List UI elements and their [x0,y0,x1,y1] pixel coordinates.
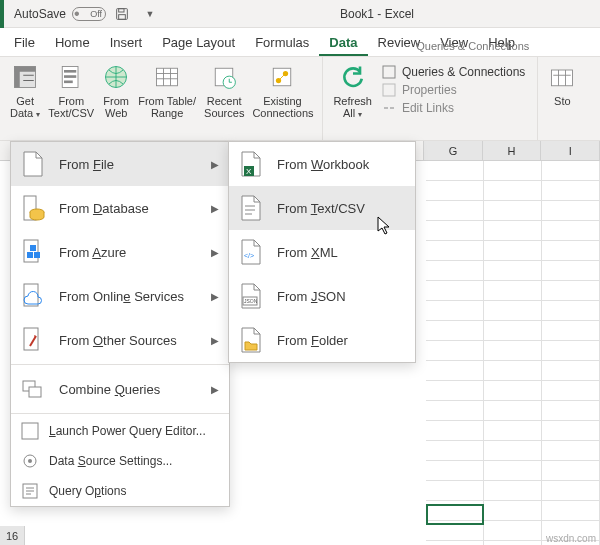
from-file-submenu: X From Workbook From Text/CSV </> From X… [228,141,416,363]
recent-icon [210,63,238,91]
col-header-g[interactable]: G [424,141,483,161]
menu-combine-queries[interactable]: Combine Queries ▶ [11,367,229,411]
svg-rect-24 [34,252,40,258]
recent-sources-label: Recent Sources [204,95,244,119]
menu-from-azure[interactable]: From Azure ▶ [11,230,229,274]
chevron-right-icon: ▶ [211,159,219,170]
queries-and-connections-button[interactable]: Queries & Connections [382,65,525,79]
existing-connections-label: Existing Connections [252,95,312,119]
svg-rect-25 [30,245,36,251]
submenu-from-xml[interactable]: </> From XML [229,230,415,274]
recent-sources-button[interactable]: Recent Sources [200,61,248,133]
from-table-range-button[interactable]: From Table/ Range [134,61,200,133]
get-data-button[interactable]: Get Data ▾ [6,61,44,133]
svg-rect-17 [383,66,395,78]
qat-dropdown-icon[interactable]: ▼ [138,2,162,26]
tab-file[interactable]: File [4,31,45,56]
edit-links-label: Edit Links [402,101,454,115]
folder-file-icon [239,326,263,354]
xml-file-icon: </> [239,238,263,266]
menu-from-azure-label: From Azure [59,245,126,260]
menu-from-file[interactable]: From File ▶ [11,142,229,186]
svg-rect-30 [22,423,38,439]
properties-button[interactable]: Properties [382,83,525,97]
refresh-icon [339,63,367,91]
menu-from-file-label: From File [59,157,114,172]
menu-from-online-services-label: From Online Services [59,289,184,304]
stocks-button[interactable]: Sto [544,61,580,133]
from-textcsv-button[interactable]: From Text/CSV [44,61,98,133]
stocks-icon [548,63,576,91]
chevron-right-icon: ▶ [211,291,219,302]
get-data-label: Get Data ▾ [10,95,40,121]
database-icon [21,194,45,222]
tab-data[interactable]: Data [319,31,367,56]
query-options-icon [21,482,39,500]
globe-icon [102,63,130,91]
row-header-16[interactable]: 16 [0,526,25,545]
refresh-all-button[interactable]: Refresh All ▾ [329,61,376,133]
svg-rect-19 [552,70,573,86]
svg-rect-1 [119,8,124,11]
save-icon[interactable] [110,2,134,26]
document-title: Book1 - Excel [162,7,592,21]
menu-data-source-settings[interactable]: Data Source Settings... [11,446,229,476]
get-data-icon [11,63,39,91]
tab-home[interactable]: Home [45,31,100,56]
submenu-from-folder[interactable]: From Folder [229,318,415,362]
svg-rect-11 [157,68,178,86]
menu-from-database[interactable]: From Database ▶ [11,186,229,230]
menu-data-source-settings-label: Data Source Settings... [49,454,172,468]
submenu-from-workbook[interactable]: X From Workbook [229,142,415,186]
data-source-settings-icon [21,452,39,470]
menu-launch-power-query[interactable]: Launch Power Query Editor... [11,416,229,446]
pq-editor-icon [21,422,39,440]
svg-text:</>: </> [244,252,254,259]
menu-from-other-sources-label: From Other Sources [59,333,177,348]
spreadsheet-area[interactable]: G H I 16 From File ▶ From Database ▶ Fro… [0,141,600,545]
tab-pagelayout[interactable]: Page Layout [152,31,245,56]
menu-separator [11,413,229,414]
menu-launch-power-query-label: Launch Power Query Editor... [49,424,206,438]
from-table-range-label: From Table/ Range [138,95,196,119]
title-bar: AutoSave Off ▼ Book1 - Excel [0,0,600,28]
tab-insert[interactable]: Insert [100,31,153,56]
autosave-toggle[interactable]: Off [72,7,106,21]
queries-connections-icon [382,65,396,79]
json-file-icon: JSON [239,282,263,310]
edit-links-button[interactable]: Edit Links [382,101,525,115]
menu-from-online-services[interactable]: From Online Services ▶ [11,274,229,318]
svg-rect-29 [29,387,41,397]
existing-connections-button[interactable]: Existing Connections [248,61,316,133]
from-web-button[interactable]: From Web [98,61,134,133]
svg-rect-5 [15,67,36,72]
queries-connections-label: Queries & Connections [402,65,525,79]
menu-from-database-label: From Database [59,201,149,216]
svg-rect-27 [24,328,38,350]
submenu-from-json-label: From JSON [277,289,346,304]
cloud-icon [21,282,45,310]
combine-icon [21,375,45,403]
menu-from-other-sources[interactable]: From Other Sources ▶ [11,318,229,362]
menu-query-options[interactable]: Query Options [11,476,229,506]
col-header-i[interactable]: I [541,141,600,161]
file-icon [21,150,45,178]
chevron-right-icon: ▶ [211,335,219,346]
svg-rect-8 [64,75,76,78]
chevron-right-icon: ▶ [211,247,219,258]
svg-rect-18 [383,84,395,96]
svg-point-32 [28,459,32,463]
other-sources-icon [21,326,45,354]
svg-rect-2 [119,14,126,19]
col-header-h[interactable]: H [483,141,542,161]
submenu-from-textcsv[interactable]: From Text/CSV [229,186,415,230]
menu-combine-queries-label: Combine Queries [59,382,160,397]
menu-query-options-label: Query Options [49,484,126,498]
svg-text:X: X [246,167,252,176]
tab-formulas[interactable]: Formulas [245,31,319,56]
get-data-menu: From File ▶ From Database ▶ From Azure ▶… [10,141,230,507]
submenu-from-textcsv-label: From Text/CSV [277,201,365,216]
submenu-from-json[interactable]: JSON From JSON [229,274,415,318]
textcsv-icon [57,63,85,91]
ribbon-group-get-transform: Get Data ▾ From Text/CSV From Web From T… [0,57,323,140]
